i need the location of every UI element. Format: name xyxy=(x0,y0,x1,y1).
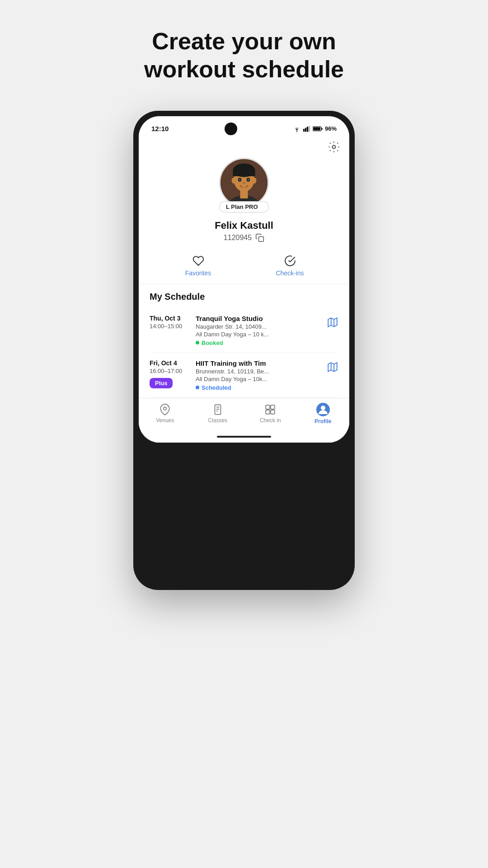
svg-rect-29 xyxy=(215,405,221,415)
profile-section: L Plan PRO Felix Kastull 1120945 xyxy=(139,153,349,250)
status-bar: 12:10 xyxy=(139,116,349,139)
svg-rect-34 xyxy=(271,405,275,409)
user-name: Felix Kastull xyxy=(215,220,273,231)
battery-icon xyxy=(313,126,323,132)
svg-rect-6 xyxy=(321,127,322,130)
class-name-1: All Damn Day Yoga – 10 k... xyxy=(196,331,321,338)
schedule-item: Thu, Oct 3 14:00–15:00 Tranquil Yoga Stu… xyxy=(150,308,338,353)
venue-address-2: Brunnenstr. 14, 10119, Be... xyxy=(196,368,321,375)
venue-address-1: Naugarder Str. 14, 10409... xyxy=(196,323,321,330)
status-badge-1: Booked xyxy=(196,340,321,346)
venues-icon xyxy=(159,404,171,415)
phone-frame: 12:10 xyxy=(133,111,355,590)
svg-point-28 xyxy=(164,407,167,410)
action-row: Favorites Check-ins xyxy=(139,250,349,284)
svg-rect-21 xyxy=(259,236,264,241)
svg-rect-4 xyxy=(309,126,310,132)
svg-rect-1 xyxy=(303,129,305,132)
checkin-icon xyxy=(284,255,296,267)
nav-item-venues[interactable]: Venues xyxy=(139,404,192,424)
class-name-2: All Damn Day Yoga – 10k... xyxy=(196,376,321,382)
svg-point-18 xyxy=(252,177,256,183)
svg-rect-20 xyxy=(240,190,248,198)
camera-notch xyxy=(225,123,237,135)
schedule-item-2: Fri, Oct 4 16:00–17:00 Plus HIIT Trainin… xyxy=(150,353,338,398)
svg-point-8 xyxy=(333,145,336,148)
venue-name-2: HIIT Training with Tim xyxy=(196,359,321,367)
nav-label-checkin: Check in xyxy=(260,417,281,424)
svg-point-17 xyxy=(232,177,236,183)
signal-icon xyxy=(303,126,310,132)
svg-rect-3 xyxy=(307,127,308,132)
copy-icon[interactable] xyxy=(255,233,264,242)
status-badge-2: Scheduled xyxy=(196,384,321,391)
svg-rect-12 xyxy=(233,170,255,176)
svg-rect-7 xyxy=(313,127,320,130)
checkins-button[interactable]: Check-ins xyxy=(244,255,336,277)
map-button-1[interactable] xyxy=(327,315,338,328)
status-dot-1 xyxy=(196,341,199,344)
nav-label-profile: Profile xyxy=(314,418,331,425)
status-time: 12:10 xyxy=(151,125,169,132)
status-dot-2 xyxy=(196,386,199,389)
schedule-date-2: Fri, Oct 4 16:00–17:00 Plus xyxy=(150,359,190,388)
wifi-icon xyxy=(293,126,301,132)
svg-point-16 xyxy=(248,179,249,181)
nav-label-classes: Classes xyxy=(208,417,227,424)
settings-row xyxy=(139,139,349,153)
heart-icon xyxy=(192,255,204,267)
settings-icon[interactable] xyxy=(328,141,340,153)
user-id: 1120945 xyxy=(224,234,252,242)
date-time-1: 14:00–15:00 xyxy=(150,323,190,330)
nav-item-checkin[interactable]: Check in xyxy=(244,404,297,424)
favorites-button[interactable]: Favorites xyxy=(152,255,244,277)
svg-marker-22 xyxy=(328,318,337,327)
plan-badge: L Plan PRO xyxy=(219,201,269,212)
status-icons: 96% xyxy=(293,125,337,132)
schedule-title: My Schedule xyxy=(150,292,338,302)
avatar-container: L Plan PRO xyxy=(219,158,269,212)
nav-item-profile[interactable]: Profile xyxy=(297,403,350,425)
svg-marker-25 xyxy=(328,363,337,372)
date-time-2: 16:00–17:00 xyxy=(150,368,190,374)
schedule-info-1: Tranquil Yoga Studio Naugarder Str. 14, … xyxy=(196,315,321,346)
checkin-nav-icon xyxy=(264,404,276,415)
date-day-2: Fri, Oct 4 xyxy=(150,359,190,367)
nav-item-classes[interactable]: Classes xyxy=(192,404,244,424)
venue-name-1: Tranquil Yoga Studio xyxy=(196,315,321,322)
schedule-section: My Schedule Thu, Oct 3 14:00–15:00 Tranq… xyxy=(139,284,349,398)
status-text-1: Booked xyxy=(202,340,223,346)
favorites-label: Favorites xyxy=(185,269,211,277)
schedule-info-2: HIIT Training with Tim Brunnenstr. 14, 1… xyxy=(196,359,321,391)
status-text-2: Scheduled xyxy=(202,384,231,391)
svg-point-0 xyxy=(296,131,297,132)
svg-point-38 xyxy=(321,406,325,410)
page-wrapper: Create your own workout schedule 12:10 xyxy=(0,0,488,868)
user-id-row: 1120945 xyxy=(224,233,264,242)
profile-nav-icon xyxy=(316,403,330,416)
avatar xyxy=(219,158,269,208)
nav-label-venues: Venues xyxy=(156,417,174,424)
home-indicator xyxy=(139,434,349,443)
bottom-nav: Venues Classes xyxy=(139,398,349,434)
schedule-date-1: Thu, Oct 3 14:00–15:00 xyxy=(150,315,190,330)
battery-percentage: 96% xyxy=(325,125,337,132)
home-bar xyxy=(217,436,271,438)
phone-screen: 12:10 xyxy=(139,116,349,443)
svg-rect-33 xyxy=(266,405,270,409)
svg-rect-2 xyxy=(305,127,306,132)
page-title: Create your own workout schedule xyxy=(108,27,380,84)
svg-rect-35 xyxy=(266,410,270,414)
classes-icon xyxy=(212,404,224,415)
map-button-2[interactable] xyxy=(327,359,338,373)
plus-badge: Plus xyxy=(150,378,173,388)
svg-rect-36 xyxy=(271,410,275,414)
date-day-1: Thu, Oct 3 xyxy=(150,315,190,322)
checkins-label: Check-ins xyxy=(276,269,304,277)
svg-point-15 xyxy=(239,179,241,181)
